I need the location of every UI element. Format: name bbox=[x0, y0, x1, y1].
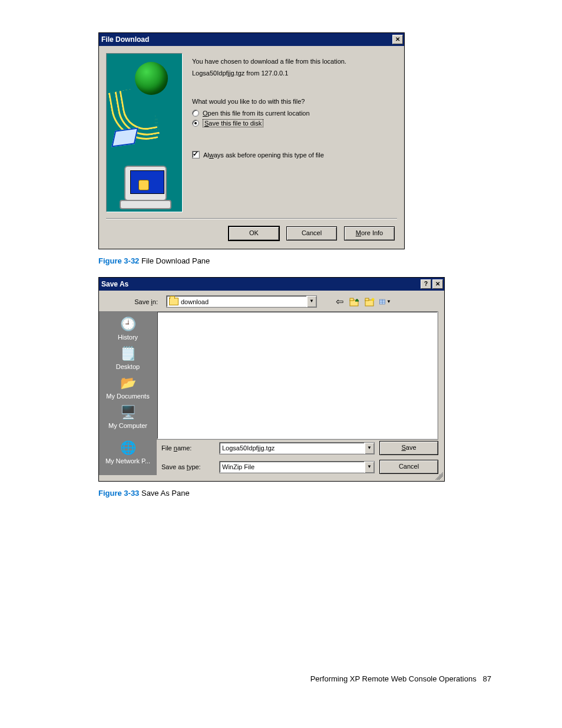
radio-icon bbox=[192, 110, 199, 117]
svg-rect-3 bbox=[365, 298, 369, 301]
saveastype-label: Save as type: bbox=[161, 463, 214, 470]
close-icon[interactable]: ✕ bbox=[432, 279, 443, 289]
more-info-button[interactable]: More Info bbox=[344, 226, 395, 241]
my-network-icon: 🌐 bbox=[118, 440, 137, 456]
svg-rect-1 bbox=[350, 298, 353, 301]
file-download-dialog: File Download ✕ You have chosen to downl… bbox=[98, 32, 405, 249]
download-prompt: What would you like to do with this file… bbox=[192, 98, 397, 105]
places-bar: 🕘 History 🗒️ Desktop 📂 My Documents 🖥️ M… bbox=[99, 311, 157, 440]
titlebar: Save As ? ✕ bbox=[99, 278, 444, 291]
places-my-documents[interactable]: 📂 My Documents bbox=[101, 374, 155, 402]
ok-button[interactable]: OK bbox=[229, 226, 279, 241]
save-as-dialog: Save As ? ✕ Save in: download ▼ ⇦ bbox=[98, 277, 445, 482]
always-ask-checkbox[interactable]: Always ask before opening this type of f… bbox=[192, 151, 397, 159]
figure-caption-1: Figure 3-32 File Download Pane bbox=[98, 256, 562, 265]
view-menu-icon[interactable]: ▼ bbox=[379, 297, 391, 307]
option-open-label: Open this file from its current location bbox=[203, 110, 310, 117]
download-source: Logsa50Idpfjjg.tgz from 127.0.0.1 bbox=[192, 70, 397, 77]
resize-grip-icon[interactable] bbox=[435, 472, 443, 480]
places-history[interactable]: 🕘 History bbox=[101, 315, 155, 343]
my-computer-icon: 🖥️ bbox=[118, 404, 137, 421]
save-in-value: download bbox=[181, 298, 209, 305]
my-documents-icon: 📂 bbox=[118, 375, 137, 391]
download-illustration bbox=[106, 53, 183, 212]
close-icon[interactable]: ✕ bbox=[392, 35, 403, 44]
places-desktop[interactable]: 🗒️ Desktop bbox=[101, 344, 155, 373]
help-icon[interactable]: ? bbox=[421, 279, 431, 289]
titlebar: File Download ✕ bbox=[99, 33, 404, 46]
saveastype-combo[interactable]: WinZip File ▼ bbox=[219, 461, 375, 473]
dialog-title: Save As bbox=[101, 280, 128, 288]
download-message: You have chosen to download a file from … bbox=[192, 58, 397, 65]
places-bar-ext: 🌐 My Network P... bbox=[99, 440, 157, 475]
places-my-computer[interactable]: 🖥️ My Computer bbox=[101, 403, 155, 431]
file-list[interactable] bbox=[157, 311, 438, 440]
save-in-label: Save in: bbox=[105, 298, 161, 305]
filename-value: Logsa50Idpfjjg.tgz bbox=[222, 444, 275, 452]
figure-caption-2: Figure 3-33 Save As Pane bbox=[98, 489, 562, 498]
option-open-file[interactable]: Open this file from its current location bbox=[192, 110, 397, 117]
new-folder-icon[interactable] bbox=[364, 297, 376, 307]
option-save-file[interactable]: Save this file to disk bbox=[192, 119, 397, 127]
saveastype-value: WinZip File bbox=[222, 463, 254, 470]
cancel-button[interactable]: Cancel bbox=[379, 460, 438, 474]
chevron-down-icon[interactable]: ▼ bbox=[306, 296, 316, 307]
back-icon[interactable]: ⇦ bbox=[333, 296, 345, 307]
places-my-network[interactable]: 🌐 My Network P... bbox=[101, 440, 155, 467]
save-button[interactable]: Save bbox=[379, 441, 438, 455]
up-one-level-icon[interactable] bbox=[349, 297, 361, 307]
history-icon: 🕘 bbox=[118, 316, 137, 332]
filename-label: File name: bbox=[161, 444, 214, 452]
chevron-down-icon[interactable]: ▼ bbox=[364, 462, 374, 473]
cancel-button[interactable]: Cancel bbox=[286, 226, 337, 241]
radio-icon bbox=[192, 120, 199, 127]
always-ask-label: Always ask before opening this type of f… bbox=[203, 151, 324, 159]
save-in-combo[interactable]: download ▼ bbox=[166, 295, 317, 308]
checkbox-icon bbox=[192, 151, 200, 159]
dialog-title: File Download bbox=[101, 35, 149, 44]
desktop-icon: 🗒️ bbox=[118, 345, 137, 362]
chevron-down-icon[interactable]: ▼ bbox=[364, 443, 374, 454]
option-save-label: Save this file to disk bbox=[203, 119, 263, 127]
folder-icon bbox=[169, 298, 178, 305]
filename-input[interactable]: Logsa50Idpfjjg.tgz ▼ bbox=[219, 442, 375, 454]
page-footer: Performing XP Remote Web Console Operati… bbox=[0, 509, 562, 683]
